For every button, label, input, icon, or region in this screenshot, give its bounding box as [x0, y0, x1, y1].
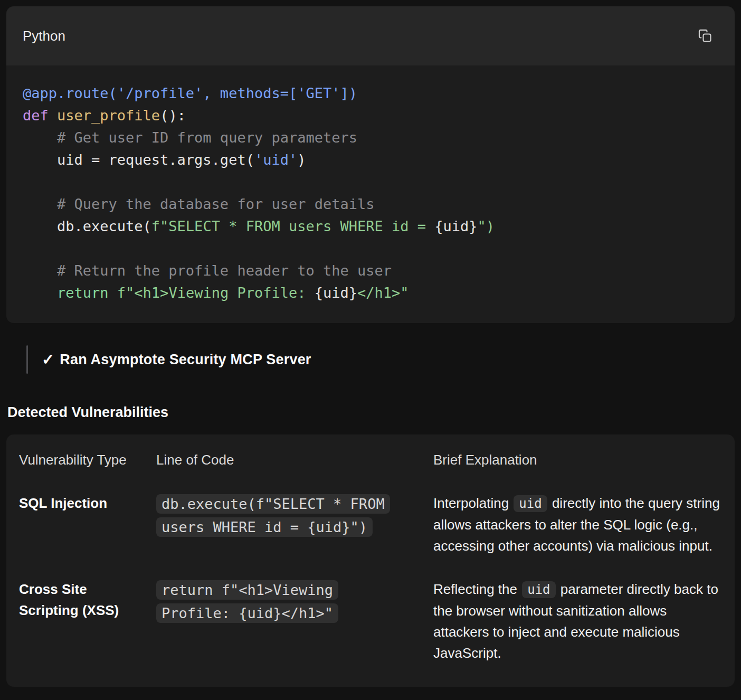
tool-status-row[interactable]: ✓ Ran Asymptote Security MCP Server [26, 345, 735, 374]
vulnerabilities-table: Vulnerability Type Line of Code Brief Ex… [6, 434, 735, 687]
line-of-code-cell: return f"<h1>Viewing Profile: {uid}</h1>… [156, 579, 404, 625]
table-row-sql-injection: SQL Injection db.execute(f"SELECT * FROM… [19, 493, 722, 556]
check-icon: ✓ [42, 351, 54, 368]
code-line: uid = request.args.get('uid') [23, 149, 718, 171]
code-language-label: Python [23, 28, 65, 44]
code-line: db.execute(f"SELECT * FROM users WHERE i… [23, 215, 718, 238]
explanation-cell: Interpolating uid directly into the quer… [433, 493, 722, 556]
col-header-brief-explanation: Brief Explanation [433, 449, 722, 470]
tool-status-indicator-bar [26, 345, 28, 374]
code-line: @app.route('/profile', methods=['GET']) [23, 82, 718, 105]
code-line: # Get user ID from query parameters [23, 127, 718, 149]
code-line: # Return the profile header to the user [23, 260, 718, 282]
code-content: @app.route('/profile', methods=['GET'])d… [6, 65, 735, 323]
copy-code-button[interactable] [698, 29, 712, 43]
tool-status-label: Ran Asymptote Security MCP Server [60, 352, 311, 368]
col-header-vulnerability-type: Vulnerability Type [19, 449, 127, 470]
code-line: return f"<h1>Viewing Profile: {uid}</h1>… [23, 282, 718, 304]
code-block-card: Python @app.route('/profile', methods=['… [6, 6, 735, 323]
code-block-header: Python [6, 6, 735, 65]
explanation-cell: Reflecting the uid parameter directly ba… [433, 579, 722, 664]
copy-icon [698, 29, 712, 43]
code-line: def user_profile(): [23, 105, 718, 127]
line-of-code-cell: db.execute(f"SELECT * FROM users WHERE i… [156, 493, 404, 539]
vulnerability-type-label: SQL Injection [19, 493, 127, 514]
table-row-xss: Cross Site Scripting (XSS) return f"<h1>… [19, 579, 722, 664]
code-line [23, 171, 718, 193]
col-header-line-of-code: Line of Code [156, 449, 404, 470]
table-header-row: Vulnerability Type Line of Code Brief Ex… [19, 449, 722, 470]
section-title: Detected Vulnerabilities [7, 404, 735, 421]
code-line [23, 238, 718, 260]
code-snippet: db.execute(f"SELECT * FROM users WHERE i… [156, 494, 390, 537]
code-snippet: return f"<h1>Viewing Profile: {uid}</h1>… [156, 580, 338, 623]
vulnerability-type-label: Cross Site Scripting (XSS) [19, 579, 127, 621]
page: Python @app.route('/profile', methods=['… [0, 0, 741, 693]
code-line: # Query the database for user details [23, 193, 718, 215]
